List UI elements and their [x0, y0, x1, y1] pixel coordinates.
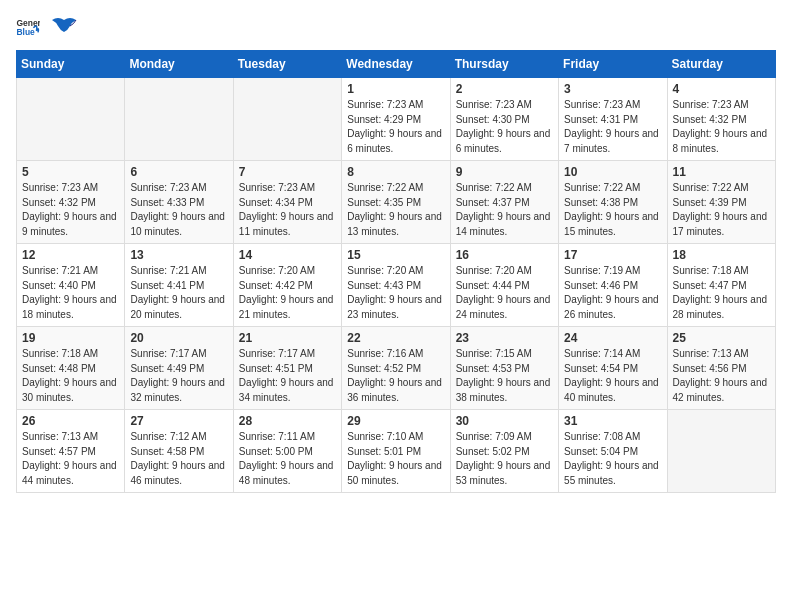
calendar-cell: 7Sunrise: 7:23 AM Sunset: 4:34 PM Daylig… [233, 161, 341, 244]
day-info: Sunrise: 7:22 AM Sunset: 4:37 PM Dayligh… [456, 181, 553, 239]
day-info: Sunrise: 7:18 AM Sunset: 4:47 PM Dayligh… [673, 264, 770, 322]
day-info: Sunrise: 7:14 AM Sunset: 4:54 PM Dayligh… [564, 347, 661, 405]
day-number: 9 [456, 165, 553, 179]
day-number: 23 [456, 331, 553, 345]
day-info: Sunrise: 7:13 AM Sunset: 4:57 PM Dayligh… [22, 430, 119, 488]
day-number: 28 [239, 414, 336, 428]
day-info: Sunrise: 7:13 AM Sunset: 4:56 PM Dayligh… [673, 347, 770, 405]
day-info: Sunrise: 7:11 AM Sunset: 5:00 PM Dayligh… [239, 430, 336, 488]
calendar-cell: 26Sunrise: 7:13 AM Sunset: 4:57 PM Dayli… [17, 410, 125, 493]
day-number: 10 [564, 165, 661, 179]
day-number: 22 [347, 331, 444, 345]
day-of-week-header: Friday [559, 51, 667, 78]
day-info: Sunrise: 7:23 AM Sunset: 4:33 PM Dayligh… [130, 181, 227, 239]
calendar-cell: 21Sunrise: 7:17 AM Sunset: 4:51 PM Dayli… [233, 327, 341, 410]
calendar-cell: 23Sunrise: 7:15 AM Sunset: 4:53 PM Dayli… [450, 327, 558, 410]
calendar-cell: 29Sunrise: 7:10 AM Sunset: 5:01 PM Dayli… [342, 410, 450, 493]
calendar-cell [17, 78, 125, 161]
day-number: 16 [456, 248, 553, 262]
day-number: 3 [564, 82, 661, 96]
calendar-week-row: 5Sunrise: 7:23 AM Sunset: 4:32 PM Daylig… [17, 161, 776, 244]
day-number: 19 [22, 331, 119, 345]
day-of-week-header: Saturday [667, 51, 775, 78]
day-info: Sunrise: 7:17 AM Sunset: 4:49 PM Dayligh… [130, 347, 227, 405]
day-number: 2 [456, 82, 553, 96]
day-number: 18 [673, 248, 770, 262]
day-info: Sunrise: 7:16 AM Sunset: 4:52 PM Dayligh… [347, 347, 444, 405]
calendar-cell [667, 410, 775, 493]
day-number: 17 [564, 248, 661, 262]
day-number: 13 [130, 248, 227, 262]
day-of-week-header: Sunday [17, 51, 125, 78]
calendar-cell: 25Sunrise: 7:13 AM Sunset: 4:56 PM Dayli… [667, 327, 775, 410]
day-number: 31 [564, 414, 661, 428]
svg-text:Blue: Blue [16, 27, 35, 37]
day-info: Sunrise: 7:21 AM Sunset: 4:40 PM Dayligh… [22, 264, 119, 322]
calendar-cell: 4Sunrise: 7:23 AM Sunset: 4:32 PM Daylig… [667, 78, 775, 161]
day-info: Sunrise: 7:23 AM Sunset: 4:31 PM Dayligh… [564, 98, 661, 156]
day-info: Sunrise: 7:20 AM Sunset: 4:43 PM Dayligh… [347, 264, 444, 322]
calendar-cell: 22Sunrise: 7:16 AM Sunset: 4:52 PM Dayli… [342, 327, 450, 410]
day-number: 11 [673, 165, 770, 179]
calendar-cell: 10Sunrise: 7:22 AM Sunset: 4:38 PM Dayli… [559, 161, 667, 244]
calendar-cell: 18Sunrise: 7:18 AM Sunset: 4:47 PM Dayli… [667, 244, 775, 327]
calendar-cell: 9Sunrise: 7:22 AM Sunset: 4:37 PM Daylig… [450, 161, 558, 244]
day-info: Sunrise: 7:19 AM Sunset: 4:46 PM Dayligh… [564, 264, 661, 322]
day-number: 30 [456, 414, 553, 428]
calendar-cell: 2Sunrise: 7:23 AM Sunset: 4:30 PM Daylig… [450, 78, 558, 161]
day-info: Sunrise: 7:22 AM Sunset: 4:38 PM Dayligh… [564, 181, 661, 239]
calendar-cell: 31Sunrise: 7:08 AM Sunset: 5:04 PM Dayli… [559, 410, 667, 493]
day-number: 1 [347, 82, 444, 96]
page-header: General Blue [16, 16, 776, 38]
calendar-cell [125, 78, 233, 161]
day-of-week-header: Monday [125, 51, 233, 78]
calendar-cell: 1Sunrise: 7:23 AM Sunset: 4:29 PM Daylig… [342, 78, 450, 161]
calendar-cell [233, 78, 341, 161]
day-info: Sunrise: 7:23 AM Sunset: 4:34 PM Dayligh… [239, 181, 336, 239]
day-number: 8 [347, 165, 444, 179]
day-info: Sunrise: 7:08 AM Sunset: 5:04 PM Dayligh… [564, 430, 661, 488]
calendar-week-row: 1Sunrise: 7:23 AM Sunset: 4:29 PM Daylig… [17, 78, 776, 161]
day-info: Sunrise: 7:23 AM Sunset: 4:32 PM Dayligh… [22, 181, 119, 239]
calendar-week-row: 19Sunrise: 7:18 AM Sunset: 4:48 PM Dayli… [17, 327, 776, 410]
day-number: 5 [22, 165, 119, 179]
calendar-cell: 16Sunrise: 7:20 AM Sunset: 4:44 PM Dayli… [450, 244, 558, 327]
calendar-cell: 15Sunrise: 7:20 AM Sunset: 4:43 PM Dayli… [342, 244, 450, 327]
calendar-cell: 13Sunrise: 7:21 AM Sunset: 4:41 PM Dayli… [125, 244, 233, 327]
calendar-cell: 12Sunrise: 7:21 AM Sunset: 4:40 PM Dayli… [17, 244, 125, 327]
day-number: 14 [239, 248, 336, 262]
day-info: Sunrise: 7:21 AM Sunset: 4:41 PM Dayligh… [130, 264, 227, 322]
day-of-week-header: Tuesday [233, 51, 341, 78]
day-number: 15 [347, 248, 444, 262]
calendar-cell: 6Sunrise: 7:23 AM Sunset: 4:33 PM Daylig… [125, 161, 233, 244]
day-of-week-header: Thursday [450, 51, 558, 78]
day-number: 21 [239, 331, 336, 345]
calendar-cell: 24Sunrise: 7:14 AM Sunset: 4:54 PM Dayli… [559, 327, 667, 410]
day-number: 4 [673, 82, 770, 96]
calendar-cell: 14Sunrise: 7:20 AM Sunset: 4:42 PM Dayli… [233, 244, 341, 327]
calendar-cell: 5Sunrise: 7:23 AM Sunset: 4:32 PM Daylig… [17, 161, 125, 244]
day-info: Sunrise: 7:22 AM Sunset: 4:35 PM Dayligh… [347, 181, 444, 239]
day-info: Sunrise: 7:10 AM Sunset: 5:01 PM Dayligh… [347, 430, 444, 488]
calendar-cell: 27Sunrise: 7:12 AM Sunset: 4:58 PM Dayli… [125, 410, 233, 493]
day-info: Sunrise: 7:23 AM Sunset: 4:32 PM Dayligh… [673, 98, 770, 156]
calendar-cell: 20Sunrise: 7:17 AM Sunset: 4:49 PM Dayli… [125, 327, 233, 410]
day-info: Sunrise: 7:20 AM Sunset: 4:42 PM Dayligh… [239, 264, 336, 322]
calendar-cell: 3Sunrise: 7:23 AM Sunset: 4:31 PM Daylig… [559, 78, 667, 161]
calendar-header-row: SundayMondayTuesdayWednesdayThursdayFrid… [17, 51, 776, 78]
calendar-cell: 8Sunrise: 7:22 AM Sunset: 4:35 PM Daylig… [342, 161, 450, 244]
day-info: Sunrise: 7:20 AM Sunset: 4:44 PM Dayligh… [456, 264, 553, 322]
calendar-table: SundayMondayTuesdayWednesdayThursdayFrid… [16, 50, 776, 493]
day-info: Sunrise: 7:12 AM Sunset: 4:58 PM Dayligh… [130, 430, 227, 488]
day-number: 26 [22, 414, 119, 428]
day-info: Sunrise: 7:15 AM Sunset: 4:53 PM Dayligh… [456, 347, 553, 405]
calendar-cell: 11Sunrise: 7:22 AM Sunset: 4:39 PM Dayli… [667, 161, 775, 244]
day-info: Sunrise: 7:22 AM Sunset: 4:39 PM Dayligh… [673, 181, 770, 239]
day-number: 20 [130, 331, 227, 345]
calendar-cell: 17Sunrise: 7:19 AM Sunset: 4:46 PM Dayli… [559, 244, 667, 327]
day-number: 6 [130, 165, 227, 179]
day-number: 27 [130, 414, 227, 428]
day-number: 7 [239, 165, 336, 179]
calendar-week-row: 26Sunrise: 7:13 AM Sunset: 4:57 PM Dayli… [17, 410, 776, 493]
day-info: Sunrise: 7:17 AM Sunset: 4:51 PM Dayligh… [239, 347, 336, 405]
